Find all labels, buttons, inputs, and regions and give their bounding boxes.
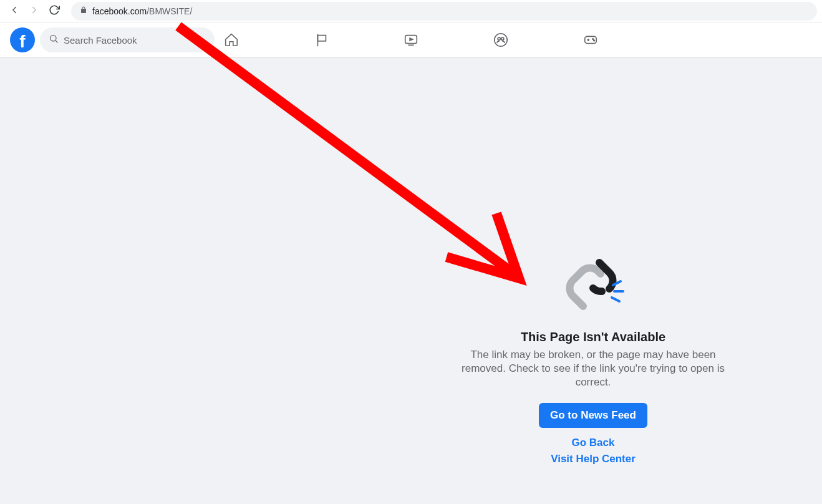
svg-rect-3 (317, 36, 326, 41)
reload-icon[interactable] (49, 4, 60, 18)
go-back-link[interactable]: Go Back (572, 437, 615, 449)
svg-marker-5 (410, 38, 413, 41)
groups-tab[interactable] (487, 26, 515, 54)
svg-line-1 (56, 41, 57, 42)
svg-point-14 (594, 40, 595, 41)
search-input[interactable] (64, 35, 206, 46)
browser-toolbar: facebook.com/BMWSITE/ (0, 0, 822, 22)
facebook-logo[interactable]: f (10, 27, 35, 52)
svg-point-0 (51, 36, 56, 41)
watch-tab[interactable] (397, 26, 425, 54)
svg-point-13 (592, 39, 594, 40)
error-description: The link may be broken, or the page may … (455, 348, 731, 389)
error-card: This Page Isn't Available The link may b… (455, 249, 731, 469)
pages-tab[interactable] (307, 26, 335, 54)
url-host: facebook.com (92, 6, 147, 16)
search-icon (49, 34, 59, 46)
url-text: facebook.com/BMWSITE/ (92, 6, 192, 16)
broken-link-icon (558, 249, 628, 319)
svg-point-9 (501, 37, 504, 40)
svg-point-8 (498, 37, 500, 40)
browser-nav-buttons (5, 4, 64, 18)
back-icon[interactable] (9, 4, 20, 18)
news-feed-button[interactable]: Go to News Feed (539, 403, 647, 428)
gaming-tab[interactable] (577, 26, 604, 54)
fb-header: f (0, 22, 822, 58)
search-box[interactable] (40, 27, 215, 52)
url-path: /BMWSITE/ (147, 6, 192, 16)
lock-icon (80, 6, 87, 16)
home-tab[interactable] (218, 26, 245, 54)
address-bar[interactable]: facebook.com/BMWSITE/ (71, 2, 817, 21)
svg-point-7 (495, 34, 507, 46)
error-title: This Page Isn't Available (521, 330, 665, 344)
forward-icon[interactable] (29, 4, 40, 18)
svg-line-17 (612, 298, 619, 301)
page-content: This Page Isn't Available The link may b… (0, 58, 822, 504)
top-nav-tabs (218, 26, 604, 54)
help-center-link[interactable]: Visit Help Center (551, 453, 636, 465)
